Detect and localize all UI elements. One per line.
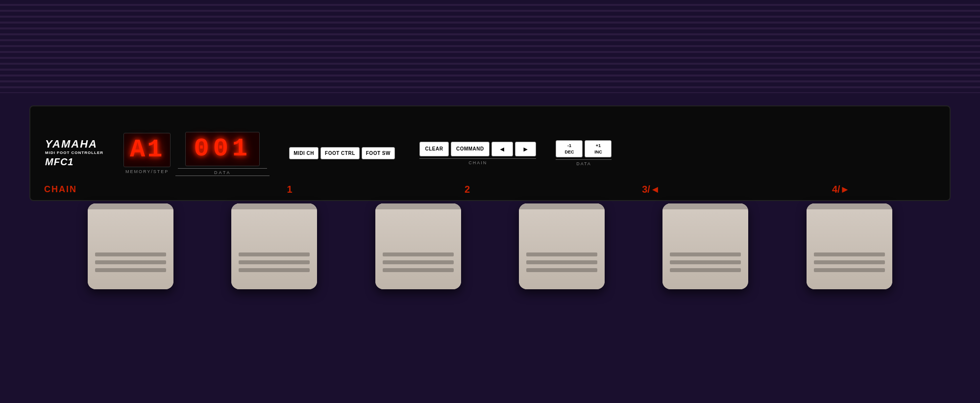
next-button[interactable]: ► [515, 142, 537, 156]
chain-buttons-group: CLEAR COMMAND ◄ ► [419, 142, 537, 156]
command-button[interactable]: COMMAND [451, 142, 490, 156]
foot-ctrl-button[interactable]: FOOT CTRL [320, 147, 360, 159]
pedal-stripes [814, 252, 885, 272]
brand-subtitle: MIDI FOOT CONTROLLER [45, 151, 103, 155]
pedal-stripe [670, 252, 741, 256]
pedal-2[interactable] [231, 203, 317, 289]
chain-section: CLEAR COMMAND ◄ ► CHAIN [419, 142, 537, 165]
num-label-4: 4/► [832, 184, 850, 195]
foot-sw-button[interactable]: FOOT SW [362, 147, 395, 159]
chain-section-label: CHAIN [419, 158, 537, 165]
dec-button[interactable]: -1 DEC [556, 140, 583, 157]
pedal-stripe [526, 260, 597, 264]
memory-step-display-section: A1 MEMORY/STEP [123, 133, 171, 174]
clear-button[interactable]: CLEAR [419, 142, 449, 156]
inc-dec-buttons-group: -1 DEC +1 INC [556, 140, 612, 157]
pedal-stripes [670, 252, 741, 272]
data-display: 001 [185, 132, 260, 166]
pedal-top-bar [88, 203, 173, 209]
pedal-stripe [95, 252, 166, 256]
pedal-stripes [95, 252, 166, 272]
pedals-row [29, 203, 951, 289]
bottom-labels-row: CHAIN 1 2 3/◄ 4/► [29, 184, 951, 195]
data-display-label: DATA [178, 168, 267, 175]
pedal-6[interactable] [807, 203, 892, 289]
memory-step-display: A1 [123, 133, 171, 167]
pedal-stripe [95, 268, 166, 272]
pedal-3[interactable] [375, 203, 461, 289]
pedal-stripes [383, 252, 454, 272]
mode-buttons-group: MIDI CH FOOT CTRL FOOT SW [289, 147, 395, 159]
pedal-stripe [814, 252, 885, 256]
data-inc-dec-section: -1 DEC +1 INC DATA [556, 140, 612, 166]
pedal-1[interactable] [88, 203, 173, 289]
prev-button[interactable]: ◄ [491, 142, 513, 156]
pedal-top-bar [375, 203, 461, 209]
pedal-stripe [670, 268, 741, 272]
number-labels-group: 1 2 3/◄ 4/► [103, 184, 936, 195]
pedal-stripe [239, 268, 310, 272]
pedal-top-bar [807, 203, 892, 209]
brand-section: YAMAHA MIDI FOOT CONTROLLER MFC1 [45, 139, 104, 168]
pedal-stripe [95, 260, 166, 264]
pedal-top-bar [662, 203, 748, 209]
memory-step-label: MEMORY/STEP [125, 169, 169, 174]
pedal-stripe [239, 260, 310, 264]
pedal-stripes [526, 252, 597, 272]
pedal-stripes [239, 252, 310, 272]
pedal-stripe [526, 252, 597, 256]
top-stripe-background [0, 0, 980, 93]
pedal-5[interactable] [662, 203, 748, 289]
num-label-1: 1 [287, 184, 293, 195]
brand-model: MFC1 [45, 156, 74, 168]
pedal-stripe [526, 268, 597, 272]
pedal-top-bar [519, 203, 605, 209]
pedal-stripe [239, 252, 310, 256]
pedal-stripe [383, 260, 454, 264]
pedal-4[interactable] [519, 203, 605, 289]
data-inc-dec-label: DATA [556, 159, 612, 166]
pedal-stripe [383, 268, 454, 272]
chain-red-label: CHAIN [44, 184, 103, 195]
midi-ch-button[interactable]: MIDI CH [289, 147, 318, 159]
pedal-stripe [814, 260, 885, 264]
pedal-stripe [670, 260, 741, 264]
pedal-stripe [814, 268, 885, 272]
pedal-stripe [383, 252, 454, 256]
brand-yamaha: YAMAHA [45, 139, 98, 150]
num-label-3: 3/◄ [642, 184, 660, 195]
data-display-section: 001 DATA [185, 132, 260, 175]
pedal-top-bar [231, 203, 317, 209]
inc-button[interactable]: +1 INC [585, 140, 612, 157]
num-label-2: 2 [465, 184, 470, 195]
